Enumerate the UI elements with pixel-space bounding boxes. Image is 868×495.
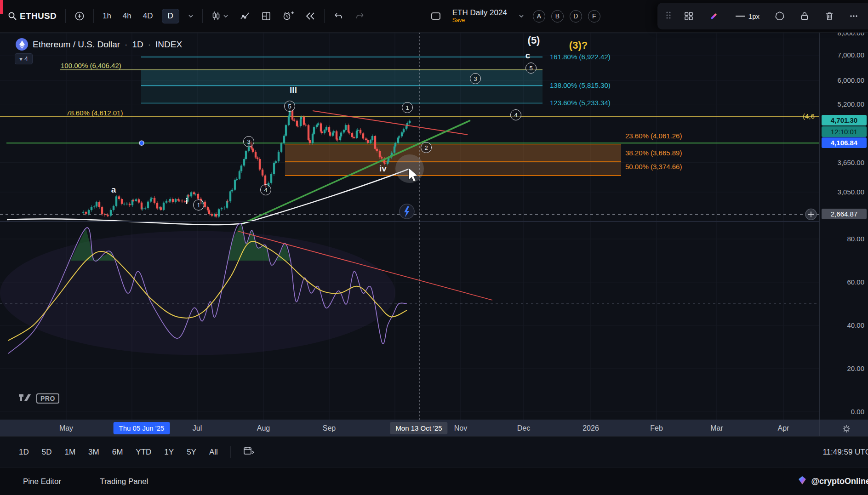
crosshair-date-badge: Mon 13 Oct '25 bbox=[390, 422, 447, 434]
legend-collapse-chip[interactable]: ▾ 4 bbox=[15, 53, 33, 64]
range-ytd[interactable]: YTD bbox=[131, 444, 156, 461]
delete-button[interactable] bbox=[822, 8, 837, 24]
drawing-anchor-point[interactable] bbox=[139, 141, 144, 145]
symbol-legend[interactable]: Ethereum / U.S. Dollar · 1D · INDEX bbox=[13, 38, 185, 51]
chart-canvas[interactable] bbox=[0, 32, 819, 420]
pencil-icon bbox=[709, 11, 719, 21]
replay-button[interactable] bbox=[303, 9, 318, 23]
range-1d[interactable]: 1D bbox=[14, 444, 34, 461]
rsi-tick-label: 20.00 bbox=[847, 364, 864, 372]
range-toolbar: 1D 5D 1M 3M 6M YTD 1Y 5Y All 11:49:59 UT… bbox=[0, 436, 868, 467]
lock-button[interactable] bbox=[797, 8, 812, 24]
alert-button[interactable] bbox=[280, 8, 297, 24]
time-tick-label: Sep bbox=[323, 420, 336, 437]
gear-icon bbox=[841, 428, 851, 435]
time-tick-label: Dec bbox=[517, 420, 530, 437]
panel-grid-button[interactable] bbox=[681, 9, 696, 23]
layout-tab-a-button[interactable]: A bbox=[533, 10, 545, 23]
plus-circle-icon bbox=[74, 11, 85, 21]
undo-button[interactable] bbox=[331, 9, 346, 23]
chevron-down-icon bbox=[223, 14, 228, 18]
layout-name-button[interactable]: ETH Daily 2024 Save bbox=[450, 8, 510, 24]
timeframe-4h[interactable]: 4h bbox=[120, 9, 134, 23]
trading-panel-tab[interactable]: Trading Panel bbox=[97, 477, 151, 487]
time-tick-label: Apr bbox=[778, 420, 789, 437]
redo-icon bbox=[355, 11, 365, 21]
layout-menu-button[interactable] bbox=[516, 11, 527, 21]
rsi-tick-label: 80.00 bbox=[847, 235, 864, 243]
ethereum-logo-icon bbox=[16, 38, 28, 51]
layout-tab-d-button[interactable]: D bbox=[570, 10, 582, 23]
price-tick-label: 8,000.00 bbox=[838, 32, 864, 37]
undo-icon bbox=[333, 11, 343, 21]
range-5y[interactable]: 5Y bbox=[182, 444, 201, 461]
layout-name-label: ETH Daily 2024 bbox=[452, 8, 507, 17]
price-tick-label: 5,200.00 bbox=[838, 100, 864, 108]
layout-tab-b-button[interactable]: B bbox=[551, 10, 564, 23]
timeframe-4d[interactable]: 4D bbox=[140, 9, 156, 23]
time-scale[interactable]: MayJulAugSepNovDec2026FebMarAprThu 05 Ju… bbox=[0, 420, 868, 437]
timeframe-active-d[interactable]: D bbox=[162, 9, 179, 23]
time-tick-label: 2026 bbox=[582, 420, 599, 437]
channel-watermark: @cryptoOnline bbox=[798, 476, 868, 487]
toolbar-divider bbox=[324, 9, 325, 23]
time-tick-label: Mar bbox=[710, 420, 723, 437]
trash-icon bbox=[825, 11, 834, 21]
range-3m[interactable]: 3M bbox=[83, 444, 104, 461]
range-6m[interactable]: 6M bbox=[107, 444, 128, 461]
timeframe-1h[interactable]: 1h bbox=[100, 9, 114, 23]
rsi-tick-label: 40.00 bbox=[847, 321, 864, 329]
range-1y[interactable]: 1Y bbox=[159, 444, 179, 461]
timeframe-menu-button[interactable] bbox=[185, 11, 196, 21]
more-options-button[interactable] bbox=[847, 12, 861, 20]
range-all[interactable]: All bbox=[204, 444, 223, 461]
redo-button[interactable] bbox=[352, 9, 368, 23]
line-width-button[interactable]: 1px bbox=[732, 10, 762, 23]
indicators-button[interactable] bbox=[237, 8, 253, 24]
symbol-search-button[interactable]: ETHUSD bbox=[5, 8, 59, 24]
style-settings-button[interactable] bbox=[772, 9, 787, 23]
chevron-down-icon bbox=[519, 14, 524, 18]
time-tick-label: Nov bbox=[454, 420, 467, 437]
price-scale[interactable]: 8,000.007,000.006,000.005,200.003,650.00… bbox=[819, 32, 868, 420]
layout-select-button[interactable] bbox=[259, 9, 274, 23]
pro-badge: PRO bbox=[36, 393, 59, 404]
utc-clock: 11:49:59 UTC bbox=[822, 448, 868, 457]
drag-handle-icon[interactable] bbox=[666, 11, 671, 22]
range-start-date-badge: Thu 05 Jun '25 bbox=[114, 422, 170, 434]
save-label: Save bbox=[452, 17, 465, 24]
lightning-button[interactable] bbox=[400, 204, 414, 219]
toolbar-divider bbox=[93, 9, 94, 23]
dashed-level-badge: 2,664.87 bbox=[822, 209, 867, 219]
time-tick-label: Aug bbox=[257, 420, 270, 437]
layout-tab-f-button[interactable]: F bbox=[588, 10, 600, 23]
time-tick-label: Jul bbox=[193, 420, 202, 437]
price-tick-label: 7,000.00 bbox=[838, 51, 864, 59]
legend-separator: · bbox=[125, 40, 127, 50]
pine-editor-tab[interactable]: Pine Editor bbox=[20, 477, 64, 487]
layout-square-button[interactable] bbox=[428, 9, 444, 23]
legend-interval: 1D bbox=[132, 40, 143, 50]
rsi-tick-label: 60.00 bbox=[847, 278, 864, 286]
price-tick-label: 3,050.00 bbox=[838, 188, 864, 196]
indicators-icon bbox=[240, 11, 250, 21]
drawing-toolbar: 1px bbox=[657, 3, 868, 29]
range-divider bbox=[230, 446, 231, 458]
level-price-badge: 4,106.84 bbox=[822, 137, 867, 148]
go-to-date-button[interactable] bbox=[238, 443, 260, 461]
time-tick-label: May bbox=[59, 420, 73, 437]
toolbar-divider bbox=[202, 9, 203, 23]
calendar-arrow-icon bbox=[243, 449, 255, 457]
price-tick-label: 6,000.00 bbox=[838, 76, 864, 84]
add-symbol-button[interactable] bbox=[72, 8, 87, 24]
time-scale-settings-button[interactable] bbox=[839, 423, 854, 436]
chart-style-button[interactable] bbox=[209, 8, 231, 24]
range-1m[interactable]: 1M bbox=[59, 444, 80, 461]
top-toolbar: ETHUSD 1h 4h 4D D bbox=[0, 0, 868, 33]
rsi-tick-label: 0.00 bbox=[851, 408, 864, 415]
alert-plus-button[interactable] bbox=[805, 209, 817, 220]
range-5d[interactable]: 5D bbox=[37, 444, 57, 461]
candlestick-icon bbox=[211, 11, 221, 21]
pencil-tool-button[interactable] bbox=[706, 8, 722, 24]
tv-mark-icon bbox=[18, 393, 32, 404]
